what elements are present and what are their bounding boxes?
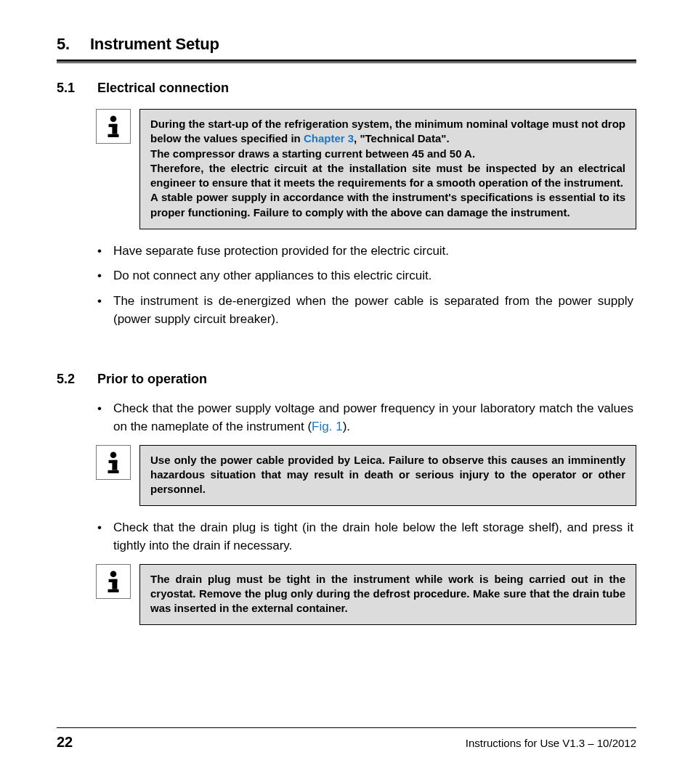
list-item: Check that the drain plug is tight (in t…: [113, 519, 633, 555]
info-text-line: The compressor draws a starting current …: [150, 147, 475, 160]
svg-rect-2: [112, 124, 117, 134]
svg-rect-11: [108, 589, 119, 592]
list-item: Have separate fuse protection provided f…: [113, 242, 633, 261]
info-icon: [96, 445, 131, 480]
info-text-line: , "Technical Data".: [354, 132, 449, 144]
info-text-line: Use only the power cable provided by Lei…: [150, 454, 625, 496]
page-footer: 22 Instructions for Use V1.3 – 10/2012: [57, 727, 636, 751]
list-item: Do not connect any other appliances to t…: [113, 267, 633, 285]
bullet-list: Check that the drain plug is tight (in t…: [113, 519, 636, 555]
svg-point-8: [110, 571, 117, 577]
document-page: 5. Instrument Setup 5.1 Electrical conne…: [0, 0, 693, 784]
info-text-line: The drain plug must be tight in the inst…: [150, 573, 625, 615]
page-number: 22: [57, 734, 73, 751]
section-title: Prior to operation: [97, 372, 207, 387]
info-text: The drain plug must be tight in the inst…: [139, 564, 636, 626]
bullet-list: Check that the power supply voltage and …: [113, 400, 636, 436]
divider: [57, 62, 636, 63]
svg-rect-10: [112, 579, 117, 589]
info-icon: [96, 564, 131, 599]
svg-point-4: [110, 452, 117, 458]
section-number: 5.1: [57, 81, 77, 96]
info-text: Use only the power cable provided by Lei…: [139, 445, 636, 507]
chapter-number: 5.: [57, 35, 70, 54]
divider: [57, 60, 636, 62]
info-callout: Use only the power cable provided by Lei…: [96, 445, 636, 507]
section-number: 5.2: [57, 372, 77, 387]
footer-text: Instructions for Use V1.3 – 10/2012: [466, 737, 636, 749]
list-item: Check that the power supply voltage and …: [113, 400, 633, 436]
info-text: During the start-up of the refrigeration…: [139, 109, 636, 229]
info-text-line: Therefore, the electric circuit at the i…: [150, 162, 625, 189]
svg-rect-7: [108, 470, 119, 473]
info-callout: The drain plug must be tight in the inst…: [96, 564, 636, 626]
bullet-list: Have separate fuse protection provided f…: [113, 242, 636, 329]
list-item: The instrument is de-energized when the …: [113, 293, 633, 328]
info-callout: During the start-up of the refrigeration…: [96, 109, 636, 229]
svg-rect-3: [108, 134, 119, 137]
section-heading: 5.1 Electrical connection: [57, 81, 636, 96]
section-title: Electrical connection: [97, 81, 229, 96]
chapter-header: 5. Instrument Setup: [57, 35, 636, 58]
figure-link[interactable]: Fig. 1: [312, 420, 343, 433]
info-icon: [96, 109, 131, 144]
svg-point-0: [110, 116, 117, 123]
section-heading: 5.2 Prior to operation: [57, 372, 636, 387]
chapter-link[interactable]: Chapter 3: [304, 132, 354, 144]
svg-rect-6: [112, 460, 117, 470]
chapter-title: Instrument Setup: [90, 35, 219, 54]
info-text-line: A stable power supply in accordance with…: [150, 191, 625, 218]
